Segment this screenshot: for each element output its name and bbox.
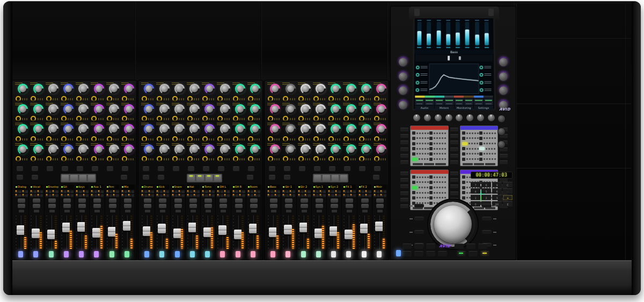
attention-button[interactable]	[251, 210, 257, 212]
rotary-knob[interactable]	[18, 124, 28, 134]
attention-button[interactable]	[110, 210, 115, 212]
strip-led-button[interactable]	[374, 190, 376, 193]
attention-button[interactable]	[221, 210, 226, 212]
strip-led-button[interactable]	[227, 194, 230, 197]
strip-led-button[interactable]	[190, 194, 193, 197]
strip-led-button[interactable]	[365, 194, 368, 197]
fader-cap[interactable]	[108, 227, 116, 237]
softkey-display-left[interactable]	[410, 126, 449, 166]
strip-led-button[interactable]	[308, 190, 310, 193]
panel-button[interactable]	[400, 134, 408, 138]
softkey-page-tab[interactable]	[435, 163, 445, 165]
strip-led-button[interactable]	[301, 190, 304, 193]
strip-led-button[interactable]	[258, 194, 260, 197]
fader-cap[interactable]	[330, 226, 338, 236]
rotary-knob[interactable]	[331, 104, 341, 114]
rotary-knob[interactable]	[250, 144, 260, 154]
rotary-knob[interactable]	[18, 84, 28, 94]
attention-encoder[interactable]	[456, 114, 463, 121]
strip-led-button[interactable]	[109, 194, 112, 197]
strip-led-button[interactable]	[335, 194, 338, 197]
softkey-cell[interactable]	[412, 157, 429, 161]
rotary-knob[interactable]	[316, 124, 326, 134]
attention-encoder[interactable]	[477, 114, 484, 121]
strip-led-button[interactable]	[282, 194, 285, 197]
mode-button[interactable]	[284, 166, 290, 171]
nav-pad-key[interactable]	[79, 175, 86, 181]
mode-button[interactable]	[359, 166, 365, 171]
strip-led-button[interactable]	[113, 194, 115, 197]
strip-led-button[interactable]	[277, 190, 280, 193]
attention-button[interactable]	[302, 210, 307, 212]
panel-button[interactable]	[450, 134, 458, 138]
rotary-knob[interactable]	[144, 124, 154, 134]
softkey-cell[interactable]	[429, 146, 446, 151]
jog-function-key[interactable]	[482, 230, 492, 234]
channel-strip[interactable]: Mix	[120, 185, 135, 259]
attention-encoder[interactable]	[413, 114, 420, 121]
strip-led-button[interactable]	[380, 194, 383, 197]
strip-led-button[interactable]	[40, 190, 43, 193]
strip-led-button[interactable]	[30, 194, 33, 197]
strip-led-button[interactable]	[128, 194, 130, 197]
rotary-knob[interactable]	[286, 104, 296, 114]
record-button[interactable]	[189, 198, 197, 203]
monitor-knob[interactable]	[497, 115, 506, 123]
softkey-cell[interactable]	[412, 136, 429, 141]
rotary-knob[interactable]	[346, 144, 356, 154]
attention-button[interactable]	[236, 210, 241, 212]
screen-side-knob[interactable]	[499, 58, 508, 67]
record-arm-button[interactable]	[480, 251, 489, 256]
strip-led-button[interactable]	[197, 190, 200, 193]
strip-led-button[interactable]	[67, 194, 70, 197]
strip-led-button[interactable]	[205, 190, 208, 193]
strip-led-button[interactable]	[308, 194, 310, 197]
panel-button[interactable]	[400, 141, 408, 144]
strip-led-button[interactable]	[86, 190, 89, 193]
nav-pad-key[interactable]	[188, 175, 195, 181]
rotary-knob[interactable]	[63, 84, 74, 94]
strip-led-button[interactable]	[37, 194, 40, 197]
record-button[interactable]	[219, 198, 227, 203]
rotary-knob[interactable]	[78, 144, 89, 154]
rotary-knob[interactable]	[235, 84, 245, 94]
rotary-knob[interactable]	[124, 144, 134, 154]
strip-led-button[interactable]	[374, 194, 376, 197]
screen-softkey[interactable]	[425, 98, 434, 105]
strip-led-button[interactable]	[91, 190, 93, 193]
strip-led-button[interactable]	[365, 190, 368, 193]
softkey-page-tab[interactable]	[413, 163, 423, 165]
strip-led-button[interactable]	[304, 190, 307, 193]
softkey-cell[interactable]	[412, 185, 429, 190]
rotary-knob[interactable]	[270, 124, 280, 134]
strip-led-button[interactable]	[353, 194, 356, 197]
rotary-knob[interactable]	[331, 124, 341, 134]
strip-led-button[interactable]	[242, 190, 245, 193]
strip-led-button[interactable]	[247, 190, 250, 193]
strip-led-button[interactable]	[289, 194, 292, 197]
strip-led-button[interactable]	[202, 190, 204, 193]
strip-led-button[interactable]	[205, 194, 208, 197]
eq-curve-display[interactable]	[429, 63, 479, 94]
strip-led-button[interactable]	[202, 194, 204, 197]
panel-button[interactable]	[400, 172, 408, 175]
strip-led-button[interactable]	[109, 190, 112, 193]
channel-strip[interactable]: Syn 2	[327, 185, 342, 259]
strip-led-button[interactable]	[323, 190, 326, 193]
rotary-knob[interactable]	[159, 124, 170, 134]
select-button[interactable]	[346, 204, 353, 208]
rotary-knob[interactable]	[346, 124, 356, 134]
panel-button[interactable]	[400, 154, 408, 158]
attention-button[interactable]	[175, 210, 181, 212]
strip-led-button[interactable]	[298, 190, 301, 193]
mode-button[interactable]	[122, 166, 128, 171]
record-button[interactable]	[235, 198, 243, 203]
page-button[interactable]	[247, 175, 253, 180]
strip-led-button[interactable]	[40, 194, 43, 197]
select-button[interactable]	[124, 204, 131, 208]
rotary-knob[interactable]	[33, 144, 43, 154]
strip-led-button[interactable]	[304, 194, 307, 197]
strip-led-button[interactable]	[251, 190, 253, 193]
mode-button[interactable]	[203, 166, 209, 171]
strip-led-button[interactable]	[254, 190, 257, 193]
